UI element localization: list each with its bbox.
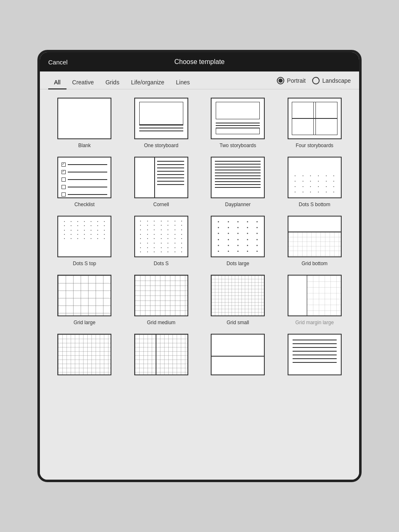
template-item-cornell[interactable]: Cornell [125,157,198,207]
template-item-partial3[interactable] [202,334,274,379]
orientation-options: Portrait Landscape [277,77,351,88]
device-frame: Cancel Choose template All Creative Grid… [37,50,362,482]
tabs-left: All Creative Grids Life/organize Lines [48,76,277,89]
template-grid: Blank One storyboard [48,98,351,379]
template-item-grid-margin-large[interactable]: Grid margin large [278,275,351,325]
template-thumb-partial4 [288,334,342,375]
template-thumb-dots-s-bottom [288,157,342,198]
template-item-dots-s-top[interactable]: Dots S top [48,216,121,266]
template-item-partial2[interactable] [125,334,198,379]
template-grid-container[interactable]: Blank One storyboard [40,89,359,480]
template-label-checklist: Checklist [74,202,95,207]
tab-life-organize[interactable]: Life/organize [125,76,170,89]
template-item-grid-medium[interactable]: Grid medium [125,275,198,325]
template-label-grid-small: Grid small [227,320,249,325]
template-thumb-dots-s [134,216,188,257]
template-item-dayplanner[interactable]: Dayplanner [202,157,274,207]
template-label-dots-large: Dots large [227,261,249,266]
template-item-dots-s-bottom[interactable]: Dots S bottom [278,157,351,207]
template-label-dayplanner: Dayplanner [225,202,251,207]
template-item-four-storyboards[interactable]: Four storyboards [278,98,351,148]
template-item-partial1[interactable] [48,334,121,379]
template-item-partial4[interactable] [278,334,351,379]
tab-lines[interactable]: Lines [170,76,195,89]
cancel-button[interactable]: Cancel [48,59,68,66]
template-label-one-storyboard: One storyboard [144,143,178,148]
template-label-dots-s-bottom: Dots S bottom [299,202,330,207]
tabs-row: All Creative Grids Life/organize Lines P… [40,71,359,89]
template-label-grid-bottom: Grid bottom [301,261,328,266]
template-thumb-grid-bottom [288,216,342,257]
template-thumb-cornell [134,157,188,198]
portrait-radio[interactable] [277,77,284,84]
template-item-dots-s[interactable]: Dots S [125,216,198,266]
template-label-four-storyboards: Four storyboards [296,143,333,148]
landscape-radio[interactable] [312,77,320,84]
template-label-grid-large: Grid large [74,320,96,325]
template-thumb-partial1 [57,334,111,375]
template-label-dots-s-top: Dots S top [73,261,96,266]
template-thumb-partial3 [211,334,265,375]
template-item-two-storyboards[interactable]: Two storyboards [202,98,274,148]
template-label-two-storyboards: Two storyboards [219,143,256,148]
template-item-grid-large[interactable]: Grid large [48,275,121,325]
template-thumb-dots-large [211,216,265,257]
template-label-grid-margin-large: Grid margin large [295,320,334,325]
svg-rect-6 [135,335,187,374]
template-thumb-dots-s-top [57,216,111,257]
svg-rect-4 [307,276,341,315]
svg-rect-0 [288,232,341,256]
template-item-blank[interactable]: Blank [48,98,121,148]
template-thumb-grid-medium [134,275,188,316]
template-thumb-four-storyboards [288,98,342,139]
page-title: Choose template [175,58,225,66]
svg-rect-1 [58,276,111,315]
template-thumb-checklist [57,157,111,198]
template-item-grid-bottom[interactable]: Grid bottom [278,216,351,266]
tab-grids[interactable]: Grids [100,76,125,89]
template-label-blank: Blank [78,143,91,148]
portrait-option[interactable]: Portrait [277,77,305,84]
template-thumb-dayplanner [211,157,265,198]
template-label-cornell: Cornell [153,202,169,207]
template-label-dots-s: Dots S [154,261,169,266]
svg-rect-5 [58,335,111,374]
template-thumb-grid-large [57,275,111,316]
landscape-label: Landscape [322,77,351,84]
svg-rect-2 [135,276,187,315]
template-item-checklist[interactable]: Checklist [48,157,121,207]
template-label-grid-medium: Grid medium [147,320,175,325]
template-item-one-storyboard[interactable]: One storyboard [125,98,198,148]
template-thumb-one-storyboard [134,98,188,139]
template-thumb-partial2 [134,334,188,375]
template-thumb-two-storyboards [211,98,265,139]
template-item-dots-large[interactable]: Dots large [202,216,274,266]
svg-rect-3 [212,276,264,315]
template-thumb-grid-small [211,275,265,316]
portrait-label: Portrait [287,77,305,84]
template-thumb-grid-margin-large [288,275,342,316]
template-thumb-blank [57,98,111,139]
tab-all[interactable]: All [48,76,66,89]
tab-creative[interactable]: Creative [66,76,100,89]
header-bar: Cancel Choose template [40,52,359,71]
template-item-grid-small[interactable]: Grid small [202,275,274,325]
landscape-option[interactable]: Landscape [312,77,351,84]
